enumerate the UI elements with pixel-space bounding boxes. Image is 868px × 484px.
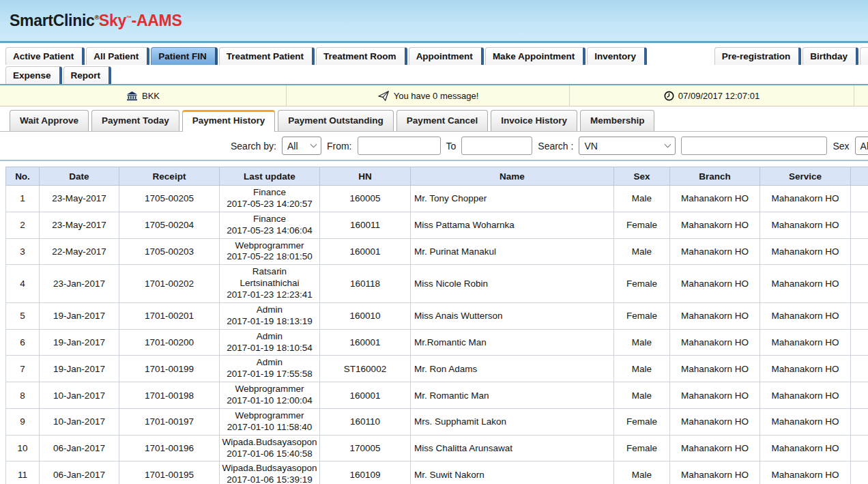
cell-date: 19-Jan-2017 bbox=[40, 329, 119, 356]
search-by-select[interactable]: All bbox=[282, 137, 321, 155]
search-type-selected-value: VN bbox=[584, 141, 597, 152]
message-indicator[interactable]: You have 0 message! bbox=[287, 85, 570, 106]
cell-branch: Mahanakorn HO bbox=[670, 382, 760, 409]
from-date-input[interactable] bbox=[358, 137, 441, 155]
column-header-branch: Branch bbox=[670, 167, 760, 186]
cell-last-update: Wipada.Budsayasopon2017-01-06 15:40:58 bbox=[220, 435, 320, 461]
search-text-input[interactable] bbox=[681, 137, 827, 155]
update-timestamp: 2017-01-06 15:39:19 bbox=[222, 474, 317, 484]
to-date-input[interactable] bbox=[461, 137, 532, 155]
table-row[interactable]: 2 23-May-2017 1705-00204 Finance2017-05-… bbox=[6, 212, 868, 238]
cell-no: 10 bbox=[6, 435, 40, 461]
cell-last-update: Ratsarin Lertsinathichai2017-01-23 12:23… bbox=[220, 265, 320, 303]
cell-name: Mr. Ron Adams bbox=[411, 356, 614, 382]
cell-branch: Mahanakorn HO bbox=[670, 356, 760, 382]
cell-name: Mr.Romantic Man bbox=[411, 329, 614, 356]
cell-extra bbox=[851, 461, 868, 484]
cell-name: Mr. Purinat Manakul bbox=[411, 238, 614, 265]
cell-receipt: 1701-00199 bbox=[119, 356, 220, 382]
tab-partial[interactable] bbox=[860, 47, 868, 65]
table-row[interactable]: 6 19-Jan-2017 1701-00200 Admin2017-01-19… bbox=[6, 329, 868, 356]
tab-expense[interactable]: Expense bbox=[5, 66, 62, 84]
trademark-mark: ™ bbox=[126, 15, 132, 21]
info-bar: BKK You have 0 message! 07/09/2017 12:07… bbox=[0, 85, 868, 106]
update-timestamp: 2017-01-10 11:58:40 bbox=[222, 422, 317, 433]
cell-branch: Mahanakorn HO bbox=[670, 212, 760, 238]
table-row[interactable]: 5 19-Jan-2017 1701-00201 Admin2017-01-19… bbox=[6, 302, 868, 329]
logo-sky: Sky bbox=[99, 12, 126, 29]
payments-table: No. Date Receipt Last update HN Name Sex… bbox=[5, 167, 868, 484]
search-by-label: Search by: bbox=[231, 141, 276, 152]
cell-hn: 160118 bbox=[320, 265, 411, 303]
cell-hn: ST160002 bbox=[320, 356, 411, 382]
cell-hn: 160005 bbox=[320, 186, 411, 212]
bank-icon bbox=[126, 91, 138, 101]
tab-make-appointment[interactable]: Make Appointment bbox=[485, 47, 585, 65]
tab-treatment-room[interactable]: Treatment Room bbox=[316, 47, 407, 65]
subtab-membership[interactable]: Membership bbox=[580, 110, 655, 131]
cell-date: 22-May-2017 bbox=[40, 238, 119, 265]
column-header-sex: Sex bbox=[614, 167, 670, 186]
search-type-select[interactable]: VN bbox=[579, 137, 676, 155]
search-label: Search : bbox=[538, 141, 573, 152]
subtab-payment-cancel[interactable]: Payment Cancel bbox=[396, 110, 488, 131]
tab-all-patient[interactable]: All Patient bbox=[86, 47, 149, 65]
table-row[interactable]: 3 22-May-2017 1705-00203 Webprogrammer20… bbox=[6, 238, 868, 265]
tab-inventory[interactable]: Inventory bbox=[587, 47, 647, 65]
cell-service: Mahanakorn HO bbox=[760, 382, 851, 409]
cell-branch: Mahanakorn HO bbox=[670, 435, 760, 461]
cell-sex: Male bbox=[614, 382, 670, 409]
updater-name: Finance bbox=[222, 214, 317, 225]
subtab-payment-history[interactable]: Payment History bbox=[182, 110, 276, 132]
tab-report[interactable]: Report bbox=[63, 66, 112, 84]
table-row[interactable]: 11 06-Jan-2017 1701-00195 Wipada.Budsaya… bbox=[6, 461, 868, 484]
subtab-invoice-history[interactable]: Invoice History bbox=[491, 110, 577, 131]
table-row[interactable]: 8 10-Jan-2017 1701-00198 Webprogrammer20… bbox=[6, 382, 868, 409]
chevron-down-icon bbox=[665, 141, 671, 148]
main-tab-row-1: Active Patient All Patient Patient FIN T… bbox=[0, 46, 868, 65]
table-row[interactable]: 1 23-May-2017 1705-00205 Finance2017-05-… bbox=[6, 186, 868, 212]
tab-pre-registration[interactable]: Pre-registration bbox=[714, 47, 802, 65]
table-row[interactable]: 4 23-Jan-2017 1701-00202 Ratsarin Lertsi… bbox=[6, 265, 868, 303]
tab-appointment[interactable]: Appointment bbox=[409, 47, 484, 65]
cell-no: 6 bbox=[6, 329, 40, 356]
cell-name: Miss Nicole Robin bbox=[411, 265, 614, 303]
message-text: You have 0 message! bbox=[394, 91, 479, 101]
tab-active-patient[interactable]: Active Patient bbox=[5, 47, 85, 65]
main-tab-row-right: Pre-registration Birthday bbox=[714, 47, 868, 65]
cell-extra bbox=[851, 238, 868, 265]
update-timestamp: 2017-01-10 12:00:04 bbox=[222, 395, 317, 407]
table-row[interactable]: 9 10-Jan-2017 1701-00197 Webprogrammer20… bbox=[6, 408, 868, 435]
main-tab-bar: Active Patient All Patient Patient FIN T… bbox=[0, 43, 868, 85]
cell-last-update: Webprogrammer2017-01-10 12:00:04 bbox=[220, 382, 320, 409]
subtab-payment-today[interactable]: Payment Today bbox=[91, 110, 179, 131]
cell-receipt: 1701-00202 bbox=[119, 265, 220, 303]
search-by-selected-value: All bbox=[287, 141, 298, 152]
cell-sex: Female bbox=[614, 302, 670, 329]
table-row[interactable]: 10 06-Jan-2017 1701-00196 Wipada.Budsaya… bbox=[6, 435, 868, 461]
updater-name: Wipada.Budsayasopon bbox=[222, 463, 317, 474]
branch-label: BKK bbox=[142, 91, 160, 101]
cell-receipt: 1705-00203 bbox=[119, 238, 220, 265]
update-timestamp: 2017-01-19 18:13:19 bbox=[222, 316, 317, 328]
updater-name: Webprogrammer bbox=[222, 384, 317, 395]
cell-service: Mahanakorn HO bbox=[760, 408, 851, 435]
cell-receipt: 1701-00195 bbox=[119, 461, 220, 484]
info-bar-spacer bbox=[854, 85, 868, 106]
updater-name: Admin bbox=[222, 357, 317, 369]
tab-patient-fin[interactable]: Patient FIN bbox=[151, 47, 218, 65]
subtab-wait-approve[interactable]: Wait Approve bbox=[10, 110, 89, 131]
cell-hn: 160001 bbox=[320, 382, 411, 409]
updater-name: Webprogrammer bbox=[222, 240, 317, 252]
table-row[interactable]: 7 19-Jan-2017 1701-00199 Admin2017-01-19… bbox=[6, 356, 868, 382]
tab-treatment-patient[interactable]: Treatment Patient bbox=[219, 47, 315, 65]
tab-birthday[interactable]: Birthday bbox=[802, 47, 858, 65]
cell-service: Mahanakorn HO bbox=[760, 186, 851, 212]
cell-date: 10-Jan-2017 bbox=[40, 382, 119, 409]
datetime-text: 07/09/2017 12:07:01 bbox=[678, 91, 760, 101]
cell-name: Miss Anais Wutterson bbox=[411, 302, 614, 329]
cell-no: 4 bbox=[6, 265, 40, 303]
sex-select[interactable]: All bbox=[855, 137, 868, 155]
cell-extra bbox=[851, 186, 868, 212]
subtab-payment-outstanding[interactable]: Payment Outstanding bbox=[278, 110, 394, 131]
